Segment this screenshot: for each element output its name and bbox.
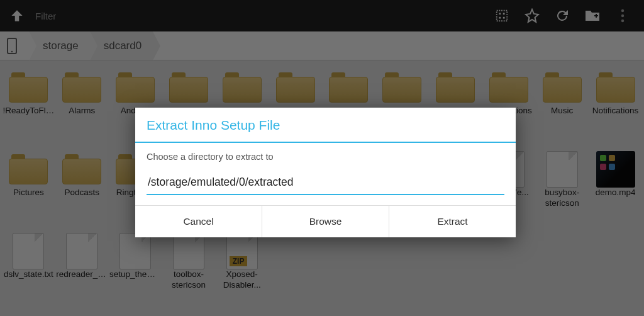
extract-dialog: Extract Inno Setup File Choose a directo… — [135, 108, 516, 237]
browse-button[interactable]: Browse — [262, 206, 389, 237]
dialog-title: Extract Inno Setup File — [135, 108, 516, 142]
cancel-button[interactable]: Cancel — [135, 206, 262, 237]
extract-path-input[interactable] — [147, 172, 504, 195]
dialog-button-bar: Cancel Browse Extract — [135, 205, 516, 237]
extract-button[interactable]: Extract — [389, 206, 516, 237]
dialog-subtitle: Choose a directory to extract to — [135, 143, 516, 166]
